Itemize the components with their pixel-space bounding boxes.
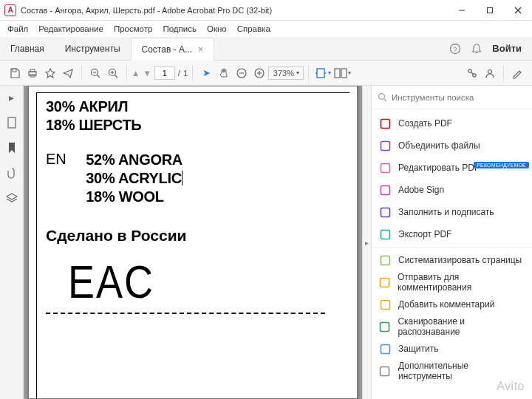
- zoom-in-icon[interactable]: [104, 64, 122, 82]
- tool-item[interactable]: Adobe Sign: [372, 179, 532, 201]
- tab-tools[interactable]: Инструменты: [55, 37, 131, 60]
- lang-en-label: EN: [46, 151, 66, 168]
- send-icon[interactable]: [59, 64, 77, 82]
- svg-rect-37: [381, 163, 389, 172]
- svg-line-30: [471, 72, 474, 74]
- help-icon[interactable]: ?: [449, 43, 461, 55]
- rail-chevron-icon[interactable]: ▸: [4, 90, 19, 105]
- tool-icon: [379, 321, 390, 332]
- tool-item[interactable]: Создать PDF: [372, 112, 532, 134]
- page-display-icon[interactable]: ▾: [331, 64, 353, 82]
- tool-item[interactable]: Экспорт PDF: [372, 223, 532, 245]
- made-in-label: Сделано в России: [46, 227, 349, 245]
- signin-button[interactable]: Войти: [492, 43, 522, 54]
- bookmarks-icon[interactable]: [4, 140, 19, 155]
- tab-document[interactable]: Состав - А... ×: [131, 38, 214, 61]
- fit-width-icon[interactable]: ▾: [313, 64, 331, 82]
- svg-rect-42: [381, 278, 389, 287]
- tab-document-label: Состав - А...: [142, 44, 192, 55]
- menu-sign[interactable]: Подпись: [163, 24, 197, 33]
- menu-file[interactable]: Файл: [7, 24, 28, 33]
- save-icon[interactable]: [6, 64, 24, 82]
- composition-ru-line-1: 30% АКРИЛ: [46, 98, 349, 116]
- print-icon[interactable]: [24, 64, 41, 82]
- tool-icon: [379, 365, 391, 377]
- tab-home[interactable]: Главная: [0, 37, 55, 60]
- svg-line-34: [384, 99, 387, 102]
- tab-strip: Главная Инструменты Состав - А... × ? Во…: [0, 37, 532, 61]
- composition-en-line-1: 52% ANGORA: [86, 151, 183, 169]
- tool-item[interactable]: Защитить: [372, 338, 532, 360]
- right-pane-collapse[interactable]: ▸: [362, 86, 371, 399]
- svg-rect-26: [335, 69, 340, 78]
- zoom-level[interactable]: 373% ▾: [268, 66, 304, 80]
- composition-en-line-3: 18% WOOL: [86, 188, 183, 206]
- svg-point-33: [379, 94, 385, 100]
- share-people-icon[interactable]: [481, 64, 499, 82]
- page-up-icon[interactable]: ▲: [132, 69, 140, 78]
- tool-icon: [379, 254, 391, 266]
- pointer-icon[interactable]: ➤: [197, 64, 215, 82]
- tool-icon: [379, 206, 391, 218]
- composition-ru-line-2: 18% ШЕРСТЬ: [46, 116, 349, 134]
- tool-label: Заполнить и подписать: [398, 207, 494, 217]
- svg-line-13: [98, 75, 100, 78]
- plus-icon[interactable]: [250, 64, 268, 82]
- svg-rect-1: [488, 7, 493, 13]
- attachments-icon[interactable]: [4, 166, 19, 180]
- tool-item[interactable]: Сканирование и распознавание: [372, 316, 532, 338]
- tool-label: Редактировать PDF: [398, 163, 480, 173]
- edit-pencil-icon[interactable]: [508, 64, 526, 82]
- minus-icon[interactable]: [233, 64, 250, 82]
- layers-icon[interactable]: [4, 191, 19, 205]
- tool-item[interactable]: Дополнительные инструменты: [372, 360, 532, 382]
- svg-rect-27: [341, 69, 347, 78]
- composition-en-line-2: 30% ACRYLIC: [86, 169, 183, 188]
- toolbar: ▲ ▼ / 1 ➤ 373% ▾ ▾ ▾: [0, 61, 532, 86]
- tool-item[interactable]: Редактировать PDFРЕКОМЕНДУЕМОЕ: [372, 157, 532, 179]
- tool-item[interactable]: Объединить файлы: [372, 134, 532, 157]
- window-title: Состав - Ангора, Акрил, Шерсть.pdf - Ado…: [21, 6, 448, 15]
- tool-icon: [379, 117, 391, 129]
- page-down-icon[interactable]: ▼: [143, 69, 151, 78]
- tool-item[interactable]: Заполнить и подписать: [372, 201, 532, 223]
- left-nav-rail: ▸: [0, 86, 24, 399]
- tools-search-input[interactable]: [392, 93, 526, 102]
- tool-item[interactable]: Систематизировать страницы: [372, 249, 532, 271]
- window-controls: [448, 0, 532, 21]
- search-icon: [378, 92, 387, 102]
- tools-search: [372, 86, 532, 109]
- star-icon[interactable]: [41, 64, 59, 82]
- hand-icon[interactable]: [215, 64, 233, 82]
- menubar: Файл Редактирование Просмотр Подпись Окн…: [0, 21, 532, 37]
- maximize-button[interactable]: [476, 0, 504, 21]
- page-nav: ▲ ▼ / 1: [132, 66, 188, 80]
- thumbnails-icon[interactable]: [4, 115, 19, 130]
- svg-rect-46: [381, 366, 389, 375]
- svg-rect-38: [381, 185, 389, 194]
- page-current-input[interactable]: [154, 66, 175, 80]
- tab-close-icon[interactable]: ×: [198, 44, 203, 55]
- tool-label: Создать PDF: [398, 118, 452, 129]
- tool-item[interactable]: Добавить комментарий: [372, 293, 532, 316]
- menu-edit[interactable]: Редактирование: [38, 24, 103, 33]
- tool-icon: [379, 184, 391, 196]
- tool-item[interactable]: Отправить для комментирования: [372, 271, 532, 293]
- bell-icon[interactable]: [471, 43, 482, 55]
- menu-window[interactable]: Окно: [207, 24, 227, 33]
- close-button[interactable]: [504, 0, 532, 21]
- minimize-button[interactable]: [448, 0, 476, 21]
- document-viewport[interactable]: 30% АКРИЛ 18% ШЕРСТЬ EN 52% ANGORA 30% A…: [24, 86, 362, 399]
- tools-list: Создать PDFОбъединить файлыРедактировать…: [372, 109, 532, 399]
- tool-icon: [379, 299, 391, 310]
- svg-point-31: [488, 69, 492, 73]
- share-link-icon[interactable]: [463, 64, 481, 82]
- tool-label: Добавить комментарий: [398, 299, 494, 310]
- svg-rect-36: [381, 141, 389, 150]
- svg-text:?: ?: [454, 45, 457, 52]
- zoom-out-icon[interactable]: [86, 64, 104, 82]
- page-total: 1: [183, 69, 188, 78]
- tool-label: Дополнительные инструменты: [398, 361, 525, 381]
- menu-help[interactable]: Справка: [237, 24, 270, 33]
- menu-view[interactable]: Просмотр: [114, 24, 153, 33]
